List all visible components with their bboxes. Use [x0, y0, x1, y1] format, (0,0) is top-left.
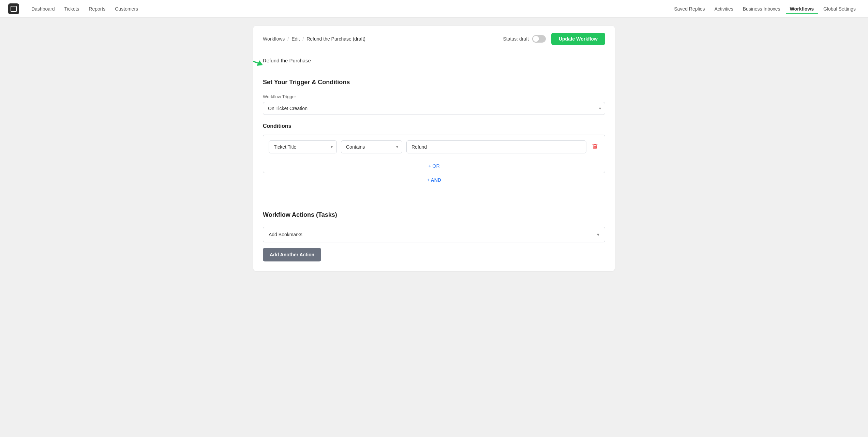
condition-type-select[interactable]: Ticket Title Ticket Status Ticket Priori…: [269, 140, 337, 153]
top-navigation: Dashboard Tickets Reports Customers Save…: [0, 0, 868, 18]
condition-op-select[interactable]: Contains Does not contain Equals Does no…: [341, 140, 402, 153]
breadcrumb-current: Refund the Purchase (draft): [306, 36, 365, 42]
condition-type-wrapper: Ticket Title Ticket Status Ticket Priori…: [269, 140, 337, 153]
add-another-action-button[interactable]: Add Another Action: [263, 248, 321, 261]
breadcrumb-sep-1: /: [287, 36, 289, 42]
status-toggle[interactable]: [532, 35, 546, 43]
nav-workflows[interactable]: Workflows: [786, 4, 818, 14]
action-item-chevron-icon: ▾: [597, 232, 599, 237]
trigger-select[interactable]: On Ticket Creation On Ticket Update On T…: [263, 102, 605, 115]
condition-value-input[interactable]: [406, 140, 586, 153]
conditions-title: Conditions: [263, 123, 605, 129]
action-item-0[interactable]: Add Bookmarks ▾: [263, 227, 605, 242]
nav-reports[interactable]: Reports: [85, 4, 109, 14]
logo-mark: [11, 6, 17, 12]
condition-val-col: [406, 140, 586, 153]
breadcrumb: Workflows / Edit / Refund the Purchase (…: [263, 36, 365, 42]
workflow-name-input[interactable]: [263, 58, 605, 63]
breadcrumb-edit[interactable]: Edit: [291, 36, 300, 42]
or-row: + OR: [263, 159, 605, 173]
trigger-label: Workflow Trigger: [263, 94, 605, 99]
status-label: Status: draft: [503, 36, 528, 42]
or-button[interactable]: + OR: [428, 163, 439, 169]
svg-marker-0: [257, 60, 263, 66]
breadcrumb-bar: Workflows / Edit / Refund the Purchase (…: [253, 26, 615, 52]
nav-links-right: Saved Replies Activities Business Inboxe…: [670, 4, 860, 14]
nav-business-inboxes[interactable]: Business Inboxes: [739, 4, 784, 14]
and-button[interactable]: + AND: [427, 177, 441, 183]
workflow-title-row: [263, 58, 605, 63]
condition-delete-icon[interactable]: [590, 142, 599, 152]
nav-saved-replies[interactable]: Saved Replies: [670, 4, 709, 14]
condition-row-0: Ticket Title Ticket Status Ticket Priori…: [263, 135, 605, 159]
nav-activities[interactable]: Activities: [710, 4, 737, 14]
nav-links-left: Dashboard Tickets Reports Customers: [27, 4, 670, 14]
app-logo: [8, 3, 19, 14]
breadcrumb-actions: Status: draft Update Workflow: [503, 33, 605, 45]
actions-section: Workflow Actions (Tasks) Add Bookmarks ▾…: [253, 202, 615, 271]
nav-global-settings[interactable]: Global Settings: [819, 4, 860, 14]
workflow-name-section: [253, 52, 615, 69]
trigger-conditions-section: Set Your Trigger & Conditions Workflow T…: [253, 69, 615, 196]
condition-type-col: Ticket Title Ticket Status Ticket Priori…: [269, 140, 337, 153]
status-area: Status: draft: [503, 35, 545, 43]
condition-op-col: Contains Does not contain Equals Does no…: [341, 140, 402, 153]
nav-dashboard[interactable]: Dashboard: [27, 4, 59, 14]
actions-section-title: Workflow Actions (Tasks): [263, 211, 605, 218]
main-content: Workflows / Edit / Refund the Purchase (…: [246, 18, 622, 279]
trigger-section-title: Set Your Trigger & Conditions: [263, 79, 605, 86]
breadcrumb-workflows[interactable]: Workflows: [263, 36, 285, 42]
trigger-select-wrapper: On Ticket Creation On Ticket Update On T…: [263, 102, 605, 115]
page-wrapper: Workflows / Edit / Refund the Purchase (…: [253, 26, 615, 271]
action-item-label-0: Add Bookmarks: [269, 232, 302, 237]
breadcrumb-sep-2: /: [302, 36, 304, 42]
update-workflow-button[interactable]: Update Workflow: [551, 33, 605, 45]
condition-op-wrapper: Contains Does not contain Equals Does no…: [341, 140, 402, 153]
nav-tickets[interactable]: Tickets: [60, 4, 84, 14]
and-row: + AND: [263, 173, 605, 187]
nav-customers[interactable]: Customers: [111, 4, 142, 14]
condition-group: Ticket Title Ticket Status Ticket Priori…: [263, 135, 605, 173]
